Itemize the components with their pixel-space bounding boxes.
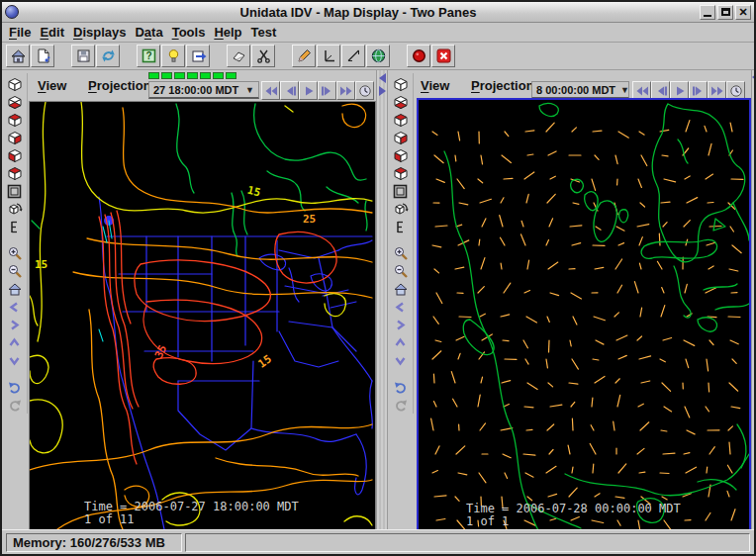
vcr-step-back-button[interactable] xyxy=(280,81,299,100)
pan-down-button[interactable] xyxy=(5,351,25,369)
measure-button[interactable] xyxy=(341,45,365,67)
pan-down-button[interactable] xyxy=(391,351,411,369)
time-step-box[interactable] xyxy=(187,72,198,79)
zoom-in-icon xyxy=(7,245,23,261)
view-cube-north-button[interactable] xyxy=(5,164,25,182)
vcr-rewind-icon xyxy=(635,85,649,97)
vertical-scale-icon xyxy=(7,219,22,235)
pan-up-button[interactable] xyxy=(5,333,25,351)
redo-button[interactable] xyxy=(5,396,25,414)
eraser-button[interactable] xyxy=(227,45,250,67)
vcr-play-button[interactable] xyxy=(299,81,318,100)
right-legend-strip xyxy=(751,70,756,533)
globe-button[interactable] xyxy=(366,45,390,67)
vcr-fast-forward-button[interactable] xyxy=(336,81,355,100)
legend-expand-left-icon[interactable] xyxy=(752,73,756,81)
view-cube-top-button[interactable] xyxy=(391,111,411,129)
vcr-clock-button[interactable] xyxy=(355,81,374,100)
pan-left-button[interactable] xyxy=(391,298,411,316)
view-cube-right-button[interactable] xyxy=(5,129,25,146)
record-button[interactable] xyxy=(407,45,430,67)
time-step-box[interactable] xyxy=(148,72,159,79)
field-selector-button[interactable]: ? xyxy=(137,45,160,67)
view-cube-top-icon xyxy=(393,112,409,129)
reset-home-button[interactable] xyxy=(5,280,25,298)
zoom-in-button[interactable] xyxy=(391,244,411,262)
zoom-out-button[interactable] xyxy=(391,262,411,280)
vcr-rewind-button[interactable] xyxy=(261,81,280,100)
view-cube-front-button[interactable] xyxy=(391,146,411,164)
view-cube-north-icon xyxy=(7,165,23,182)
home-button[interactable] xyxy=(6,45,30,67)
title-bar[interactable]: Unidata IDV - Map Display - Two Panes ✕ xyxy=(2,2,754,23)
main-toolbar: ? xyxy=(2,43,754,70)
minimize-button[interactable] xyxy=(700,5,715,20)
menu-file[interactable]: File xyxy=(9,23,40,42)
view-cube-bottom-button[interactable] xyxy=(391,93,411,111)
vcr-step-forward-icon xyxy=(321,85,334,97)
menu-data[interactable]: Data xyxy=(135,23,171,42)
close-button[interactable]: ✕ xyxy=(735,5,751,20)
maximize-button[interactable] xyxy=(717,5,733,20)
view-cube-bottom-button[interactable] xyxy=(5,93,25,111)
cut-button[interactable] xyxy=(251,45,275,67)
rotate-view-button[interactable] xyxy=(391,200,411,218)
plan-view-button[interactable] xyxy=(5,182,25,200)
right-time-selector[interactable]: 8 00:00:00 MDT ▼ xyxy=(531,81,629,99)
dropdown-arrow-icon: ▼ xyxy=(240,85,254,95)
pan-right-button[interactable] xyxy=(5,316,25,333)
legend-expand-left-icon[interactable] xyxy=(379,73,386,83)
left-time-selector[interactable]: 27 18:00:00 MDT ▼ xyxy=(148,81,259,99)
vcr-step-forward-button[interactable] xyxy=(318,81,336,100)
undo-button[interactable] xyxy=(391,378,411,396)
rotate-view-button[interactable] xyxy=(5,200,25,218)
view-cube-front-button[interactable] xyxy=(5,146,25,164)
view-cube-right-button[interactable] xyxy=(391,129,411,146)
reload-button[interactable] xyxy=(96,45,120,67)
app-window: Unidata IDV - Map Display - Two Panes ✕ … xyxy=(0,0,756,556)
plan-view-button[interactable] xyxy=(391,182,411,200)
right-map-view[interactable]: Time = 2006-07-28 00:00:00 MDT 1 of 1 xyxy=(417,98,751,532)
view-cube-plain-button[interactable] xyxy=(391,75,411,93)
export-button[interactable] xyxy=(186,45,210,67)
cancel-button[interactable] xyxy=(431,45,455,67)
menu-tools[interactable]: Tools xyxy=(172,23,215,42)
axis-button[interactable] xyxy=(317,45,340,67)
zoom-in-button[interactable] xyxy=(5,244,25,262)
vertical-scale-button[interactable] xyxy=(5,218,25,235)
zoom-out-button[interactable] xyxy=(5,262,25,280)
undo-button[interactable] xyxy=(5,378,25,396)
vertical-scale-button[interactable] xyxy=(391,218,411,235)
redo-button[interactable] xyxy=(391,396,411,414)
left-view-menu[interactable]: View xyxy=(38,78,66,93)
pencil-button[interactable] xyxy=(292,45,316,67)
left-map-view[interactable]: Time = 2006-07-27 18:00:00 MDT 1 of 11 1… xyxy=(29,101,376,530)
reset-home-button[interactable] xyxy=(391,280,411,298)
time-step-box[interactable] xyxy=(213,72,224,79)
menu-displays[interactable]: Displays xyxy=(73,23,135,42)
view-cube-north-button[interactable] xyxy=(391,164,411,182)
time-step-box[interactable] xyxy=(200,72,211,79)
time-step-box[interactable] xyxy=(161,72,172,79)
cut-icon xyxy=(255,47,272,64)
pan-left-button[interactable] xyxy=(5,298,25,316)
status-bar: Memory: 160/276/533 MB xyxy=(2,529,754,554)
time-step-boxes[interactable] xyxy=(148,72,236,79)
pan-up-button[interactable] xyxy=(391,333,411,351)
vcr-step-back-icon xyxy=(283,85,297,97)
menu-test[interactable]: Test xyxy=(251,23,286,42)
legend-expand-right-icon[interactable] xyxy=(379,86,386,96)
view-cube-plain-button[interactable] xyxy=(5,75,25,93)
lightbulb-button[interactable] xyxy=(161,45,185,67)
menu-help[interactable]: Help xyxy=(214,23,250,42)
view-cube-top-button[interactable] xyxy=(5,111,25,129)
time-step-box[interactable] xyxy=(174,72,185,79)
right-time-value: 8 00:00:00 MDT xyxy=(536,84,615,96)
menu-edit[interactable]: Edit xyxy=(40,23,73,42)
pan-right-button[interactable] xyxy=(391,316,411,333)
right-view-menu[interactable]: View xyxy=(421,78,449,93)
new-document-button[interactable] xyxy=(31,45,54,67)
save-button[interactable] xyxy=(71,45,95,67)
time-step-box[interactable] xyxy=(226,72,236,79)
pan-up-icon xyxy=(393,335,408,350)
